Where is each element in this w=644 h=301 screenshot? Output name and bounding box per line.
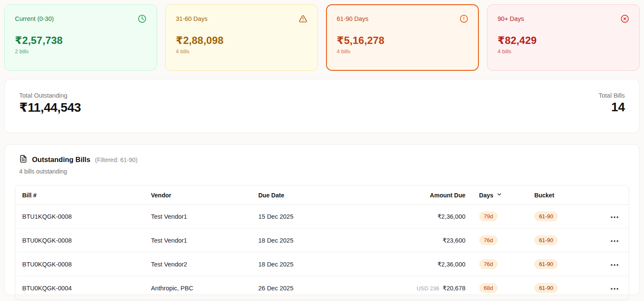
total-outstanding-value: ₹11,44,543: [19, 100, 81, 115]
total-bills-value: 14: [599, 100, 625, 114]
bills-table-body: BTU1KQGK-0008 Test Vendor1 15 Dec 2025 ₹…: [15, 205, 629, 300]
alert-circle-icon: [460, 14, 468, 23]
bucket-label: 31-60 Days: [176, 15, 207, 22]
total-outstanding-label: Total Outstanding: [19, 92, 81, 99]
header-bucket: Bucket: [527, 185, 589, 205]
vendor-cell: Anthropic, PBC: [144, 276, 251, 300]
row-actions-button[interactable]: [610, 258, 619, 270]
bucket-amount: ₹2,57,738: [15, 35, 146, 46]
bucket-label: 90+ Days: [498, 15, 524, 22]
bucket-card-90-plus[interactable]: 90+ Days ₹82,429 4 bills: [487, 4, 640, 71]
amount-due-cell: ₹2,36,000: [402, 252, 472, 276]
amount-inr: ₹2,36,000: [437, 213, 466, 220]
bucket-card-31-60[interactable]: 31-60 Days ₹2,88,098 4 bills: [165, 4, 318, 71]
days-badge: 76d: [479, 259, 498, 269]
x-circle-icon: [621, 14, 629, 23]
days-cell: 68d: [472, 276, 527, 300]
days-cell: 76d: [472, 252, 527, 276]
aging-buckets-row: Current (0-30) ₹2,57,738 2 bills 31-60 D…: [4, 4, 640, 71]
due-date-cell: 26 Dec 2025: [251, 276, 402, 300]
bucket-bill-count: 2 bills: [15, 49, 146, 55]
header-days-sort[interactable]: Days: [472, 185, 527, 205]
bucket-badge: 61-90: [534, 259, 558, 269]
row-actions-button[interactable]: [610, 282, 619, 294]
bill-number-cell: BTU0KQGK-0004: [15, 276, 144, 300]
header-actions: [589, 185, 629, 205]
outstanding-bills-card: Outstanding Bills (Filtered: 61-90) 4 bi…: [4, 144, 640, 295]
days-badge: 79d: [479, 211, 498, 222]
ellipsis-icon: [611, 213, 618, 220]
ellipsis-icon: [611, 237, 618, 243]
row-actions-button[interactable]: [610, 211, 619, 222]
days-badge: 76d: [479, 235, 498, 246]
amount-inr: ₹20,678: [443, 285, 466, 292]
actions-cell: [589, 252, 629, 276]
ap-aging-dashboard: Current (0-30) ₹2,57,738 2 bills 31-60 D…: [0, 0, 644, 295]
total-bills-label: Total Bills: [599, 92, 625, 99]
bucket-cell: 61-90: [527, 205, 589, 229]
bills-subtitle: 4 bills outstanding: [15, 168, 629, 175]
days-cell: 76d: [472, 229, 527, 252]
clock-icon: [138, 14, 146, 23]
bills-section-header: Outstanding Bills (Filtered: 61-90): [15, 155, 629, 165]
bills-table: Bill # Vendor Due Date Amount Due Days: [15, 185, 629, 300]
bill-number-cell: BTU0KQGK-0008: [15, 252, 144, 276]
amount-inr: ₹2,36,000: [437, 261, 466, 268]
amount-due-cell: ₹2,36,000: [402, 205, 472, 229]
days-cell: 79d: [472, 205, 527, 229]
amount-inr: ₹23,600: [443, 237, 466, 244]
table-row: BTU0KQGK-0008 Test Vendor2 18 Dec 2025 ₹…: [15, 252, 629, 276]
bucket-label: Current (0-30): [15, 15, 54, 22]
bucket-badge: 61-90: [534, 235, 558, 246]
due-date-cell: 15 Dec 2025: [251, 205, 402, 229]
amount-usd-note: USD 236: [417, 285, 439, 292]
header-vendor: Vendor: [144, 185, 251, 205]
row-actions-button[interactable]: [610, 234, 619, 246]
ellipsis-icon: [611, 285, 618, 291]
actions-cell: [589, 276, 629, 300]
ellipsis-icon: [611, 261, 618, 267]
bucket-bill-count: 4 bills: [176, 49, 307, 55]
bucket-cell: 61-90: [527, 276, 589, 300]
table-row: BTU1KQGK-0008 Test Vendor1 15 Dec 2025 ₹…: [15, 205, 629, 229]
vendor-cell: Test Vendor1: [144, 205, 251, 229]
bucket-cell: 61-90: [527, 252, 589, 276]
actions-cell: [589, 229, 629, 252]
bucket-badge: 61-90: [534, 211, 558, 222]
table-header-row: Bill # Vendor Due Date Amount Due Days: [15, 185, 629, 205]
due-date-cell: 18 Dec 2025: [251, 229, 402, 252]
bill-number-cell: BTU1KQGK-0008: [15, 205, 144, 229]
bill-number-cell: BTU0KQGK-0008: [15, 229, 144, 252]
header-due-date: Due Date: [251, 185, 402, 205]
amount-due-cell: USD 236₹20,678: [402, 276, 472, 300]
vendor-cell: Test Vendor2: [144, 252, 251, 276]
bucket-amount: ₹2,88,098: [176, 35, 307, 46]
total-outstanding: Total Outstanding ₹11,44,543: [19, 92, 81, 133]
table-row: BTU0KQGK-0008 Test Vendor1 18 Dec 2025 ₹…: [15, 229, 629, 252]
bucket-card-current-0-30[interactable]: Current (0-30) ₹2,57,738 2 bills: [4, 4, 157, 71]
table-row: BTU0KQGK-0004 Anthropic, PBC 26 Dec 2025…: [15, 276, 629, 300]
file-text-icon: [19, 155, 27, 165]
bills-section-title: Outstanding Bills: [32, 156, 90, 164]
vendor-cell: Test Vendor1: [144, 229, 251, 252]
due-date-cell: 18 Dec 2025: [251, 252, 402, 276]
bucket-badge: 61-90: [534, 283, 558, 293]
bucket-bill-count: 4 bills: [337, 49, 468, 55]
bucket-label: 61-90 Days: [337, 15, 368, 22]
days-badge: 68d: [479, 283, 498, 293]
amount-due-cell: ₹23,600: [402, 229, 472, 252]
bucket-amount: ₹82,429: [498, 35, 629, 46]
bills-filter-note: (Filtered: 61-90): [95, 156, 138, 163]
chevron-down-icon: [496, 191, 502, 199]
bucket-cell: 61-90: [527, 229, 589, 252]
bucket-amount: ₹5,16,278: [337, 35, 468, 46]
totals-card: Total Outstanding ₹11,44,543 Total Bills…: [4, 79, 640, 133]
warning-triangle-icon: [299, 14, 307, 23]
header-bill-number: Bill #: [15, 185, 144, 205]
actions-cell: [589, 205, 629, 229]
bucket-bill-count: 4 bills: [498, 49, 629, 55]
total-bills: Total Bills 14: [599, 92, 625, 133]
bucket-card-61-90-selected[interactable]: 61-90 Days ₹5,16,278 4 bills: [326, 4, 479, 71]
header-amount-due: Amount Due: [402, 185, 472, 205]
